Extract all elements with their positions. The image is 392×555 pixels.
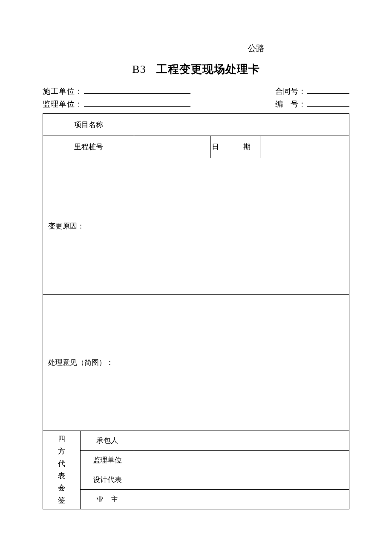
contract-no-blank bbox=[307, 87, 349, 94]
four-party-char-6: 签 bbox=[43, 494, 80, 507]
mileage-value bbox=[134, 136, 211, 158]
supervision-unit-label: 监理单位： bbox=[43, 99, 83, 109]
project-name-label: 项目名称 bbox=[43, 114, 134, 136]
meta-row-1: 施工单位： 合同号： bbox=[43, 86, 349, 96]
sig-designer-label: 设计代表 bbox=[81, 470, 134, 490]
road-name-blank bbox=[127, 43, 247, 51]
date-label: 日 期 bbox=[211, 136, 260, 158]
four-party-char-1: 四 bbox=[43, 433, 80, 445]
meta-row-2: 监理单位： 编 号： bbox=[43, 99, 349, 109]
serial-no-blank bbox=[307, 100, 349, 107]
row-change-reason: 变更原因： bbox=[43, 158, 349, 295]
header-road-line: 公路 bbox=[43, 43, 349, 54]
document-title: B3工程变更现场处理卡 bbox=[43, 62, 349, 77]
project-name-value bbox=[134, 114, 349, 136]
four-party-char-3: 代 bbox=[43, 458, 80, 470]
row-project-name: 项目名称 bbox=[43, 114, 349, 136]
sig-owner-value bbox=[134, 490, 349, 509]
sig-contractor-label: 承包人 bbox=[81, 431, 134, 451]
main-form-table: 项目名称 里程桩号 日 期 变更原因： 处理意见（简图）： 四 方 代 表 会 … bbox=[43, 113, 349, 509]
row-sig-owner: 业 主 bbox=[43, 490, 349, 509]
four-party-label-cell: 四 方 代 表 会 签 bbox=[43, 431, 81, 509]
sig-supervisor-label: 监理单位 bbox=[81, 451, 134, 470]
handling-opinion-label: 处理意见（简图）： bbox=[43, 354, 349, 371]
date-value bbox=[260, 136, 349, 158]
contract-no-field: 合同号： bbox=[275, 86, 349, 96]
sig-supervisor-value bbox=[134, 451, 349, 470]
supervision-unit-field: 监理单位： bbox=[43, 99, 190, 109]
row-sig-designer: 设计代表 bbox=[43, 470, 349, 490]
row-sig-supervisor: 监理单位 bbox=[43, 451, 349, 470]
four-party-char-2: 方 bbox=[43, 445, 80, 458]
construction-unit-field: 施工单位： bbox=[43, 86, 190, 96]
supervision-unit-blank bbox=[84, 100, 190, 107]
road-suffix: 公路 bbox=[248, 43, 265, 53]
sig-contractor-value bbox=[134, 431, 349, 451]
meta-block: 施工单位： 合同号： 监理单位： 编 号： bbox=[43, 86, 349, 109]
form-title: 工程变更现场处理卡 bbox=[156, 63, 260, 75]
mileage-label: 里程桩号 bbox=[43, 136, 134, 158]
sig-owner-label: 业 主 bbox=[81, 490, 134, 509]
row-sig-contractor: 四 方 代 表 会 签 承包人 bbox=[43, 431, 349, 451]
form-code: B3 bbox=[132, 63, 146, 75]
four-party-char-5: 会 bbox=[43, 482, 80, 494]
row-mileage: 里程桩号 日 期 bbox=[43, 136, 349, 158]
construction-unit-label: 施工单位： bbox=[43, 86, 83, 96]
four-party-char-4: 表 bbox=[43, 470, 80, 483]
contract-no-label: 合同号： bbox=[275, 86, 306, 96]
serial-no-field: 编 号： bbox=[275, 99, 349, 109]
row-handling-opinion: 处理意见（简图）： bbox=[43, 295, 349, 431]
construction-unit-blank bbox=[84, 87, 190, 94]
change-reason-label: 变更原因： bbox=[43, 218, 349, 234]
sig-designer-value bbox=[134, 470, 349, 490]
serial-no-label: 编 号： bbox=[275, 99, 306, 109]
